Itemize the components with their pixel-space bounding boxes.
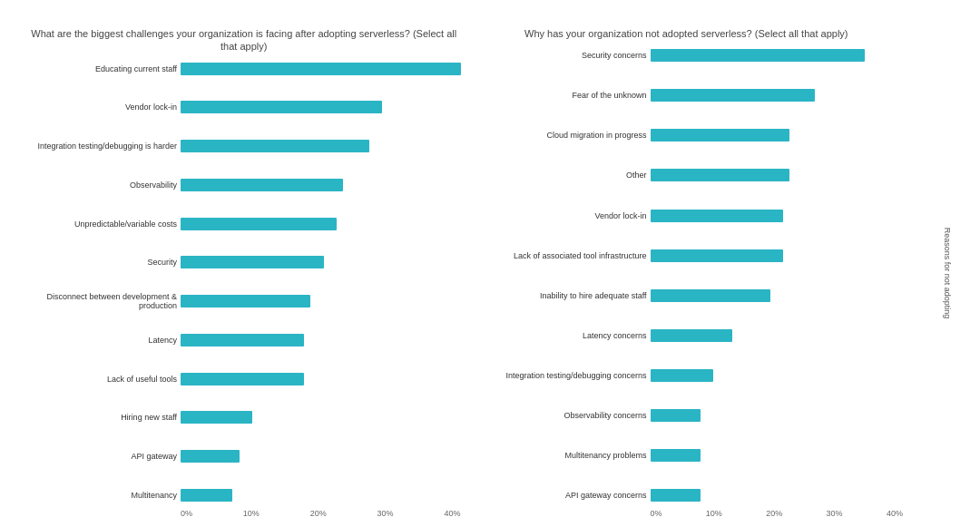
x-axis-label: 40%	[887, 509, 903, 518]
bar-fill	[181, 101, 382, 113]
bar-fill	[181, 218, 337, 230]
bar-track	[651, 129, 904, 142]
right-bar-row: Inability to hire adequate staff	[470, 288, 904, 304]
x-axis-label: 0%	[181, 509, 192, 518]
bar-track	[181, 373, 461, 385]
left-bar-row: Vendor lock-in	[27, 99, 461, 115]
bar-fill	[651, 129, 789, 142]
bar-label: Integration testing/debugging concerns	[470, 371, 647, 380]
right-bar-row: Multitenancy problems	[470, 447, 904, 464]
bar-label: Observability	[27, 181, 177, 190]
bar-track	[181, 101, 461, 113]
left-bar-row: Integration testing/debugging is harder	[27, 138, 461, 154]
bar-track	[651, 369, 904, 382]
bar-label: Lack of associated tool infrastructure	[470, 251, 647, 260]
bar-fill	[181, 295, 310, 307]
left-bar-row: API gateway	[27, 448, 461, 464]
left-bar-row: Observability	[27, 177, 461, 193]
bar-fill	[651, 49, 866, 62]
bar-track	[181, 450, 461, 463]
bar-fill	[181, 256, 324, 268]
page: What are the biggest challenges your org…	[0, 0, 980, 527]
bar-label: Cloud migration in progress	[470, 131, 647, 140]
right-bar-row: API gateway concerns	[470, 487, 904, 503]
bar-label: API gateway	[27, 452, 177, 461]
bar-fill	[181, 373, 304, 385]
x-axis-label: 40%	[444, 509, 460, 518]
bar-fill	[651, 329, 733, 342]
bar-fill	[651, 249, 783, 262]
bar-label: Inability to hire adequate staff	[470, 291, 647, 300]
bar-fill	[651, 409, 701, 422]
bar-track	[181, 218, 461, 230]
bar-label: Other	[470, 171, 647, 180]
right-bar-row: Other	[470, 167, 904, 183]
x-axis-label: 10%	[243, 509, 260, 518]
bar-label: Latency concerns	[470, 331, 647, 340]
bar-track	[651, 409, 904, 422]
bar-label: Lack of useful tools	[27, 375, 177, 384]
x-axis-label: 0%	[651, 509, 662, 518]
left-bar-row: Latency	[27, 332, 461, 348]
x-axis-label: 10%	[706, 509, 722, 518]
bar-track	[651, 89, 904, 102]
left-bar-row: Lack of useful tools	[27, 371, 461, 387]
right-bar-row: Fear of the unknown	[470, 87, 904, 103]
bar-track	[651, 489, 904, 502]
bar-fill	[651, 449, 701, 462]
right-bar-row: Security concerns	[470, 47, 904, 63]
bar-track	[651, 249, 904, 262]
bar-label: Latency	[27, 336, 177, 345]
left-bar-row: Unpredictable/variable costs	[27, 216, 461, 232]
bar-track	[651, 329, 904, 342]
bar-track	[181, 140, 461, 152]
bar-label: Unpredictable/variable costs	[27, 220, 177, 229]
bar-track	[181, 489, 461, 502]
left-bar-row: Disconnect between development & product…	[27, 293, 461, 309]
bar-label: Integration testing/debugging is harder	[27, 142, 177, 151]
bar-track	[651, 49, 904, 62]
bar-track	[181, 295, 461, 307]
bar-label: Multitenancy	[27, 491, 177, 500]
bar-fill	[181, 334, 304, 346]
bar-label: Security	[27, 258, 177, 267]
bar-label: Disconnect between development & product…	[27, 292, 177, 310]
right-bar-row: Integration testing/debugging concerns	[470, 367, 904, 384]
x-axis-label: 20%	[310, 509, 327, 518]
charts-area: What are the biggest challenges your org…	[27, 27, 953, 518]
bar-fill	[651, 289, 770, 302]
bar-fill	[181, 489, 232, 502]
bar-track	[181, 411, 461, 424]
x-axis-label: 20%	[766, 509, 782, 518]
bar-label: API gateway concerns	[470, 491, 647, 500]
bar-track	[651, 210, 904, 222]
bar-track	[181, 63, 461, 75]
x-axis-label: 30%	[377, 509, 394, 518]
bar-fill	[181, 450, 240, 463]
right-x-axis: 0%10%20%30%40%	[651, 509, 904, 518]
right-chart-title: Why has your organization not adopted se…	[470, 27, 904, 40]
bar-fill	[181, 411, 252, 424]
bar-label: Educating current staff	[27, 64, 177, 73]
bar-track	[181, 179, 461, 191]
bar-track	[651, 169, 904, 181]
right-side-label: Reasons for not adopting	[944, 227, 953, 318]
bar-label: Fear of the unknown	[470, 91, 647, 100]
right-chart-section: Why has your organization not adopted se…	[470, 27, 954, 518]
bar-fill	[181, 140, 369, 152]
bar-label: Multitenancy problems	[470, 451, 647, 460]
bar-label: Security concerns	[470, 51, 647, 60]
right-bar-row: Lack of associated tool infrastructure	[470, 248, 904, 264]
left-x-axis: 0%10%20%30%40%	[181, 509, 461, 518]
right-bar-row: Latency concerns	[470, 327, 904, 344]
bar-track	[181, 334, 461, 346]
left-bar-row: Hiring new staff	[27, 409, 461, 425]
left-bar-row: Security	[27, 254, 461, 270]
right-bar-row: Cloud migration in progress	[470, 127, 904, 143]
bar-fill	[181, 179, 343, 191]
bar-label: Vendor lock-in	[27, 102, 177, 112]
left-chart-title: What are the biggest challenges your org…	[27, 27, 461, 54]
bar-track	[651, 449, 904, 462]
bar-fill	[181, 63, 461, 75]
bar-fill	[651, 169, 789, 181]
